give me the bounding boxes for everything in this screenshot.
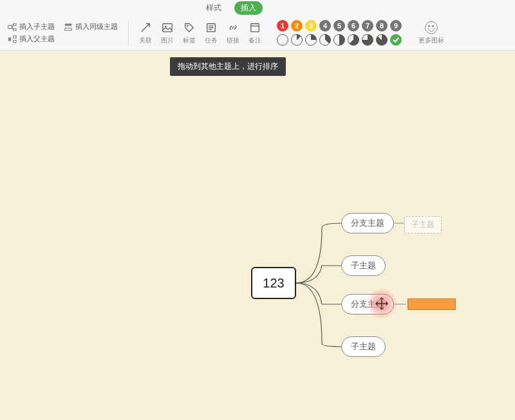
priority-group: 123456789 (277, 20, 402, 46)
progress-12.5-icon[interactable] (291, 34, 303, 46)
note-icon (248, 21, 261, 34)
svg-point-9 (165, 25, 167, 27)
svg-rect-0 (8, 25, 12, 28)
note-label: 备注 (248, 36, 261, 45)
drag-tooltip: 拖动到其他主题上，进行排序 (170, 57, 286, 76)
insert-parent-label: 插入父主题 (19, 34, 55, 44)
link-label: 链接 (227, 36, 239, 45)
progress-done-icon[interactable] (390, 34, 402, 46)
priority-dot-3[interactable]: 3 (305, 20, 317, 32)
priority-dot-1[interactable]: 1 (277, 20, 288, 32)
relation-label: 关联 (139, 36, 152, 45)
priority-dot-4[interactable]: 4 (319, 20, 331, 32)
priority-dot-8[interactable]: 8 (376, 20, 388, 32)
parent-topic-icon (8, 35, 17, 44)
top-tab-bar: 样式 插入 (0, 0, 515, 15)
child-topic-icon (8, 23, 17, 32)
image-icon (161, 21, 174, 34)
progress-87.5-icon[interactable] (376, 34, 388, 46)
insert-tools-group: 关联 图片 标签 任务 链接 备注 (139, 21, 261, 45)
smile-icon (425, 21, 438, 34)
toolbar: 插入子主题 插入同级主题 插入父主题 关联 图片 (0, 15, 515, 51)
node-branch-3[interactable]: 分支主题 (341, 294, 394, 315)
svg-rect-6 (14, 35, 16, 38)
priority-number-row: 123456789 (277, 20, 402, 32)
insert-child-button[interactable]: 插入子主题 (8, 22, 55, 32)
svg-rect-7 (14, 40, 16, 42)
progress-37.5-icon[interactable] (319, 34, 331, 46)
relation-button[interactable]: 关联 (139, 21, 152, 45)
sibling-topic-icon (64, 23, 73, 32)
progress-50-icon[interactable] (333, 34, 345, 46)
svg-rect-1 (14, 23, 16, 25)
drop-target-placeholder (407, 298, 456, 310)
task-button[interactable]: 任务 (205, 21, 218, 45)
insert-parent-button[interactable]: 插入父主题 (8, 34, 55, 44)
node-branch-2[interactable]: 子主题 (341, 255, 386, 276)
node-ghost-child[interactable]: 子主题 (404, 216, 442, 233)
link-icon (227, 21, 239, 34)
center-node[interactable]: 123 (251, 267, 296, 299)
svg-rect-8 (163, 23, 172, 32)
svg-rect-2 (14, 28, 16, 30)
priority-dot-9[interactable]: 9 (390, 20, 402, 32)
insert-child-label: 插入子主题 (19, 22, 55, 32)
insert-sibling-button[interactable]: 插入同级主题 (64, 22, 118, 32)
mindmap-canvas[interactable]: 拖动到其他主题上，进行排序 123 分支主题 子主题 子主题 分支主题 子主题 (0, 51, 515, 420)
svg-rect-3 (65, 23, 72, 26)
svg-rect-12 (251, 23, 259, 32)
progress-0-icon[interactable] (277, 34, 288, 46)
tab-style[interactable]: 样式 (206, 3, 221, 14)
insert-actions-group: 插入子主题 插入同级主题 插入父主题 (8, 22, 118, 44)
svg-rect-5 (8, 37, 11, 41)
more-icons-button[interactable]: 更多图标 (418, 21, 444, 45)
tag-button[interactable]: 标签 (183, 21, 196, 45)
tag-icon (183, 21, 196, 34)
priority-dot-5[interactable]: 5 (333, 20, 345, 32)
svg-rect-4 (65, 28, 72, 30)
progress-75-icon[interactable] (362, 34, 373, 46)
progress-62.5-icon[interactable] (348, 34, 359, 46)
node-branch-1[interactable]: 分支主题 (341, 213, 394, 233)
node-branch-4[interactable]: 子主题 (341, 336, 386, 357)
connections (0, 51, 515, 420)
image-button[interactable]: 图片 (161, 21, 174, 45)
link-button[interactable]: 链接 (227, 21, 239, 45)
more-icons-label: 更多图标 (418, 36, 444, 45)
progress-pie-row (277, 34, 402, 46)
arrow-icon (139, 21, 152, 34)
progress-25-icon[interactable] (305, 34, 317, 46)
image-label: 图片 (161, 36, 174, 45)
task-icon (205, 21, 218, 34)
priority-dot-6[interactable]: 6 (348, 20, 359, 32)
priority-dot-2[interactable]: 2 (291, 20, 303, 32)
svg-point-10 (187, 24, 189, 26)
tag-label: 标签 (183, 36, 196, 45)
insert-sibling-label: 插入同级主题 (75, 22, 118, 32)
priority-dot-7[interactable]: 7 (362, 20, 373, 32)
note-button[interactable]: 备注 (248, 21, 261, 45)
toolbar-separator (128, 20, 129, 46)
tab-insert[interactable]: 插入 (234, 1, 263, 15)
task-label: 任务 (205, 36, 218, 45)
